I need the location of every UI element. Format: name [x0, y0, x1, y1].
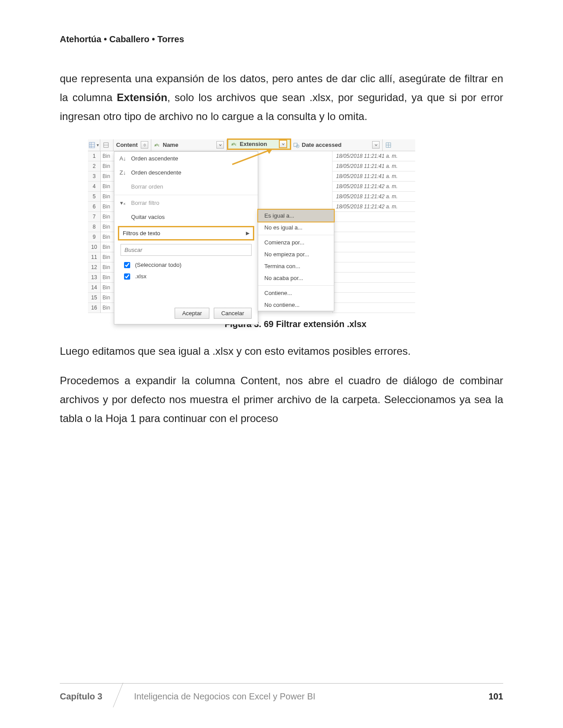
filter-values: (Seleccionar todo) .xlsx — [122, 259, 252, 282]
col-content[interactable]: Content — [113, 139, 151, 151]
figure-screenshot: ▾ Content ABC Name ABC Extension — [88, 139, 503, 329]
sort-desc-label: Orden descendente — [131, 169, 181, 176]
row-numbers: 12345678910111213141516 — [88, 151, 101, 313]
chevron-down-icon[interactable] — [216, 141, 224, 149]
filter-not-equals[interactable]: No es igual a... — [258, 222, 334, 233]
filter-not-contains[interactable]: No contiene... — [258, 299, 334, 311]
svg-text:C: C — [235, 144, 237, 146]
col-name[interactable]: ABC Name — [151, 139, 227, 151]
date-cell: 18/05/2018 11:21:41 a. m. — [332, 151, 415, 161]
dialog-buttons: Aceptar Cancelar — [114, 304, 258, 324]
clear-sort: Borrar orden — [114, 180, 258, 194]
binary-cell: Bin — [101, 222, 116, 232]
text-filters[interactable]: Filtros de texto ▶ — [118, 226, 254, 240]
clear-filter-icon: ▾ₓ — [119, 200, 127, 206]
row-number: 6 — [88, 202, 100, 212]
sort-asc-label: Orden ascendente — [131, 155, 178, 162]
date-cell: 18/05/2018 11:21:42 a. m. — [332, 182, 415, 192]
datetime-icon — [293, 142, 300, 149]
date-cell: 18/05/2018 11:21:42 a. m. — [332, 192, 415, 202]
chevron-down-icon[interactable] — [372, 141, 380, 149]
filter-ends-with[interactable]: Termina con... — [258, 260, 334, 272]
abc-icon: ABC — [154, 142, 161, 149]
col-extension[interactable]: ABC Extension — [227, 138, 291, 150]
separator — [114, 195, 258, 195]
date-cell — [332, 252, 415, 262]
svg-text:C: C — [158, 145, 160, 147]
date-cell — [332, 212, 415, 222]
date-cell — [332, 303, 415, 313]
footer-title: Inteligencia de Negocios con Excel y Pow… — [134, 692, 315, 702]
checkbox[interactable] — [124, 273, 130, 280]
binary-cell: Bin — [101, 273, 116, 283]
binary-cell: Bin — [101, 283, 116, 293]
abc-icon: ABC — [231, 141, 238, 148]
col-date[interactable]: Date accessed — [290, 139, 383, 151]
cancel-button[interactable]: Cancelar — [214, 308, 252, 319]
expand-icon[interactable] — [141, 141, 148, 149]
binary-cell: Bin — [101, 192, 116, 202]
binary-cell: Bin — [101, 252, 116, 262]
checkbox[interactable] — [124, 262, 130, 268]
filter-not-begins-with[interactable]: No empieza por... — [258, 248, 334, 260]
remove-empty[interactable]: Quitar vacíos — [114, 210, 258, 224]
date-cell: 18/05/2018 11:21:41 a. m. — [332, 171, 415, 182]
row-number: 5 — [88, 192, 100, 202]
submenu-arrow-icon: ▶ — [246, 230, 249, 236]
date-cell: 18/05/2018 11:21:41 a. m. — [332, 161, 415, 171]
date-cell — [332, 293, 415, 303]
row-number: 11 — [88, 252, 100, 262]
text-filters-label: Filtros de texto — [123, 230, 160, 237]
filter-not-ends-with[interactable]: No acaba por... — [258, 272, 334, 284]
table-icon[interactable]: ▾ — [88, 139, 100, 151]
col-name-label: Name — [163, 142, 178, 148]
authors-line: Atehortúa • Caballero • Torres — [60, 34, 503, 44]
check-select-all-label: (Seleccionar todo) — [135, 262, 182, 268]
row-number: 2 — [88, 161, 100, 171]
date-column: 18/05/2018 11:21:41 a. m.18/05/2018 11:2… — [332, 151, 415, 313]
clear-filter: ▾ₓ Borrar filtro — [114, 196, 258, 210]
date-cell — [332, 222, 415, 232]
sort-asc[interactable]: A↓ Orden ascendente — [114, 152, 258, 166]
ok-button[interactable]: Aceptar — [175, 308, 209, 319]
binary-cell: Bin — [101, 182, 116, 192]
binary-cell: Bin — [101, 262, 116, 273]
binary-cell: Bin — [101, 303, 116, 313]
sort-desc-icon: Z↓ — [119, 169, 127, 176]
filter-begins-with[interactable]: Comienza por... — [258, 237, 334, 248]
sort-desc[interactable]: Z↓ Orden descendente — [114, 166, 258, 180]
date-cell — [332, 232, 415, 242]
binary-cell: Bin — [101, 151, 116, 161]
binary-cell: Bin — [101, 161, 116, 171]
binary-cell: Bin — [101, 202, 116, 212]
body-paragraph-1: que representa una expansión de los dato… — [60, 69, 503, 126]
check-select-all[interactable]: (Seleccionar todo) — [122, 259, 252, 271]
chevron-down-icon[interactable] — [279, 140, 287, 148]
binary-cell: Bin — [101, 212, 116, 222]
col-date-label: Date accessed — [302, 142, 341, 148]
filter-contains[interactable]: Contiene... — [258, 287, 334, 299]
footer-page: 101 — [489, 692, 503, 702]
binary-icon[interactable] — [100, 139, 113, 151]
row-number: 12 — [88, 262, 100, 273]
check-xlsx-label: .xlsx — [135, 273, 146, 280]
search-input[interactable] — [121, 244, 252, 256]
row-number: 14 — [88, 283, 100, 293]
binary-cell: Bin — [101, 232, 116, 242]
filter-equals[interactable]: Es igual a... — [257, 209, 335, 222]
clear-filter-label: Borrar filtro — [131, 200, 159, 206]
remove-empty-label: Quitar vacíos — [131, 214, 165, 220]
body-paragraph-2: Luego editamos que sea igual a .xlsx y c… — [60, 342, 503, 360]
date-cell: 18/05/2018 11:21:42 a. m. — [332, 202, 415, 212]
date-cell — [332, 273, 415, 283]
row-number: 1 — [88, 151, 100, 161]
text-filter-submenu: Es igual a... No es igual a... Comienza … — [258, 209, 334, 311]
row-number: 16 — [88, 303, 100, 313]
check-xlsx[interactable]: .xlsx — [122, 271, 252, 282]
filter-search — [121, 244, 252, 256]
row-number: 15 — [88, 293, 100, 303]
expand-column-icon[interactable] — [383, 139, 396, 151]
date-cell — [332, 283, 415, 293]
row-number: 9 — [88, 232, 100, 242]
binary-cell: Bin — [101, 242, 116, 252]
